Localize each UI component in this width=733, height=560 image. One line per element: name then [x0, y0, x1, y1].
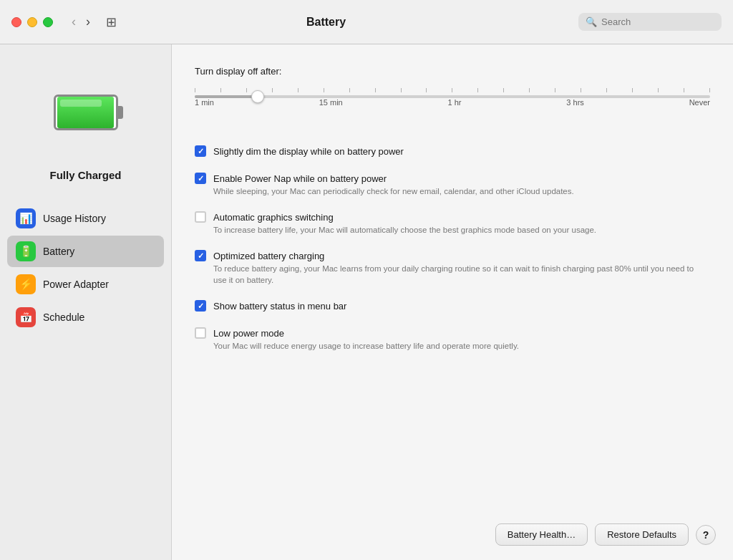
option-low-power-label: Low power mode [213, 328, 284, 339]
option-low-power-header: Low power mode [195, 327, 710, 339]
slider-container: 1 min 15 min 1 hr 3 hrs Never [195, 85, 710, 121]
option-power-nap: Enable Power Nap while on battery power … [195, 165, 710, 204]
titlebar: ‹ › ⊞ Battery 🔍 [0, 0, 733, 44]
main-area: Fully Charged 📊 Usage History 🔋 Battery … [0, 44, 733, 560]
back-button[interactable]: ‹ [69, 13, 79, 31]
options-list: Slightly dim the display while on batter… [195, 138, 710, 359]
option-show-menu-bar-label: Show battery status in menu bar [213, 301, 346, 312]
sidebar-item-schedule[interactable]: 📅 Schedule [7, 301, 164, 333]
tick-marks [195, 88, 710, 92]
bottom-bar: Battery Health… Restore Defaults ? [495, 523, 716, 546]
slider-track[interactable] [195, 95, 710, 98]
slider-labels: 1 min 15 min 1 hr 3 hrs Never [195, 98, 710, 107]
sidebar-item-battery[interactable]: 🔋 Battery [7, 236, 164, 267]
option-auto-graphics-description: To increase battery life, your Mac will … [213, 224, 700, 236]
search-icon: 🔍 [586, 16, 597, 27]
option-low-power: Low power mode Your Mac will reduce ener… [195, 320, 710, 359]
checkbox-show-menu-bar[interactable] [195, 300, 206, 312]
checkbox-dim-display[interactable] [195, 145, 206, 157]
option-low-power-description: Your Mac will reduce energy usage to inc… [213, 340, 700, 352]
close-button[interactable] [11, 17, 21, 27]
slider-label: Turn display off after: [195, 66, 710, 77]
usage-history-icon: 📊 [16, 208, 36, 228]
sidebar-item-label-usage-history: Usage History [43, 213, 106, 224]
slider-filled [195, 95, 256, 98]
search-input[interactable] [601, 16, 714, 27]
window-controls [11, 17, 53, 27]
option-dim-display-label: Slightly dim the display while on batter… [213, 146, 404, 157]
option-power-nap-label: Enable Power Nap while on battery power [213, 173, 387, 184]
sidebar-item-label-schedule: Schedule [43, 312, 84, 323]
slider-label-3hrs: 3 hrs [566, 98, 583, 107]
display-off-section: Turn display off after: [195, 66, 710, 121]
option-dim-display-header: Slightly dim the display while on batter… [195, 145, 710, 157]
minimize-button[interactable] [27, 17, 37, 27]
sidebar-item-label-power-adapter: Power Adapter [43, 279, 109, 290]
slider-label-1min: 1 min [195, 98, 214, 107]
option-show-menu-bar: Show battery status in menu bar [195, 293, 710, 320]
slider-label-1hr: 1 hr [448, 98, 462, 107]
option-auto-graphics-header: Automatic graphics switching [195, 211, 710, 223]
option-power-nap-description: While sleeping, your Mac can periodicall… [213, 185, 700, 197]
battery-health-button[interactable]: Battery Health… [495, 523, 588, 546]
sidebar: Fully Charged 📊 Usage History 🔋 Battery … [0, 44, 172, 560]
checkbox-optimized-charging[interactable] [195, 250, 206, 261]
option-auto-graphics-label: Automatic graphics switching [213, 212, 334, 223]
help-button[interactable]: ? [696, 525, 716, 545]
battery-nav-icon: 🔋 [16, 241, 36, 261]
power-adapter-icon: ⚡ [16, 274, 36, 294]
sidebar-item-usage-history[interactable]: 📊 Usage History [7, 203, 164, 234]
battery-illustration [39, 66, 132, 159]
option-optimized-charging-header: Optimized battery charging [195, 250, 710, 261]
option-show-menu-bar-header: Show battery status in menu bar [195, 300, 710, 312]
window-title: Battery [82, 16, 570, 29]
slider-label-15min: 15 min [319, 98, 343, 107]
search-box[interactable]: 🔍 [578, 13, 722, 31]
checkbox-low-power[interactable] [195, 327, 206, 339]
sidebar-item-power-adapter[interactable]: ⚡ Power Adapter [7, 269, 164, 300]
option-optimized-charging: Optimized battery charging To reduce bat… [195, 243, 710, 293]
sidebar-nav: 📊 Usage History 🔋 Battery ⚡ Power Adapte… [0, 203, 171, 333]
option-optimized-charging-label: Optimized battery charging [213, 251, 324, 261]
content-panel: Turn display off after: [172, 44, 733, 560]
schedule-icon: 📅 [16, 307, 36, 327]
restore-defaults-button[interactable]: Restore Defaults [595, 523, 689, 546]
fullscreen-button[interactable] [43, 17, 53, 27]
option-auto-graphics: Automatic graphics switching To increase… [195, 204, 710, 243]
option-dim-display: Slightly dim the display while on batter… [195, 138, 710, 165]
checkbox-power-nap[interactable] [195, 173, 206, 184]
slider-label-never: Never [689, 98, 710, 107]
sidebar-item-label-battery: Battery [43, 246, 74, 257]
option-power-nap-header: Enable Power Nap while on battery power [195, 173, 710, 184]
option-optimized-charging-description: To reduce battery aging, your Mac learns… [213, 263, 700, 286]
battery-status-label: Fully Charged [49, 169, 121, 181]
battery-icon [54, 95, 118, 130]
checkbox-auto-graphics[interactable] [195, 211, 206, 223]
